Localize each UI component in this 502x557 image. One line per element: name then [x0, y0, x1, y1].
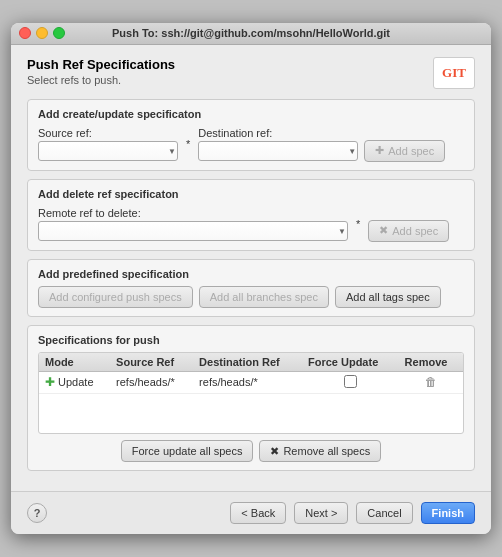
row-dest: refs/heads/* [193, 371, 302, 393]
predefined-buttons-row: Add configured push specs Add all branch… [38, 286, 464, 308]
dest-ref-label: Destination ref: [198, 127, 358, 139]
predefined-title: Add predefined specification [38, 268, 464, 280]
window: Push To: ssh://git@github.com/msohn/Hell… [11, 23, 491, 535]
help-button[interactable]: ? [27, 503, 47, 523]
source-ref-group: Source ref: ▼ [38, 127, 178, 161]
col-force-update: Force Update [302, 353, 399, 372]
remote-ref-combo: ▼ [38, 221, 348, 241]
add-spec-create-button[interactable]: ✚ Add spec [364, 140, 445, 162]
minimize-button[interactable] [36, 27, 48, 39]
row-source: refs/heads/* [110, 371, 193, 393]
back-button[interactable]: < Back [230, 502, 286, 524]
delete-ref-section: Add delete ref specificaton Remote ref t… [27, 179, 475, 251]
remove-all-specs-button[interactable]: ✖ Remove all specs [259, 440, 381, 462]
add-spec-create-icon: ✚ [375, 144, 384, 157]
col-mode: Mode [39, 353, 110, 372]
force-update-checkbox[interactable] [344, 375, 357, 388]
table-actions: Force update all specs ✖ Remove all spec… [38, 440, 464, 462]
dest-ref-input[interactable] [198, 141, 358, 161]
row-force-update [302, 371, 399, 393]
close-button[interactable] [19, 27, 31, 39]
finish-button[interactable]: Finish [421, 502, 475, 524]
remove-all-icon: ✖ [270, 445, 279, 458]
cancel-button[interactable]: Cancel [356, 502, 412, 524]
create-update-section: Add create/update specificaton Source re… [27, 99, 475, 171]
specs-table-body: ✚ Update refs/heads/* refs/heads/* 🗑 [39, 371, 463, 433]
asterisk-2: * [356, 218, 360, 230]
col-dest-ref: Destination Ref [193, 353, 302, 372]
maximize-button[interactable] [53, 27, 65, 39]
col-remove: Remove [399, 353, 463, 372]
titlebar: Push To: ssh://git@github.com/msohn/Hell… [11, 23, 491, 45]
page-header: Push Ref Specifications Select refs to p… [27, 57, 475, 89]
dest-ref-combo: ▼ [198, 141, 358, 161]
add-spec-delete-icon: ✖ [379, 224, 388, 237]
remote-ref-group: Remote ref to delete: ▼ [38, 207, 348, 241]
git-logo: GIT [433, 57, 475, 89]
main-content: Push Ref Specifications Select refs to p… [11, 45, 491, 492]
specs-table: Mode Source Ref Destination Ref Force Up… [39, 353, 463, 434]
asterisk-1: * [186, 138, 190, 150]
source-ref-combo: ▼ [38, 141, 178, 161]
empty-table-rows [39, 393, 463, 433]
dest-ref-group: Destination ref: ▼ [198, 127, 358, 161]
delete-ref-title: Add delete ref specificaton [38, 188, 464, 200]
delete-row-icon[interactable]: 🗑 [425, 375, 437, 389]
specs-table-wrapper: Mode Source Ref Destination Ref Force Up… [38, 352, 464, 435]
create-update-row: Source ref: ▼ * Destination ref: ▼ [38, 126, 464, 162]
add-configured-push-specs-button[interactable]: Add configured push specs [38, 286, 193, 308]
header-text: Push Ref Specifications Select refs to p… [27, 57, 175, 86]
source-ref-label: Source ref: [38, 127, 178, 139]
bottom-bar: ? < Back Next > Cancel Finish [11, 491, 491, 534]
mode-icon: ✚ [45, 375, 55, 389]
page-title: Push Ref Specifications [27, 57, 175, 72]
delete-ref-row: Remote ref to delete: ▼ * ✖ Add spec [38, 206, 464, 242]
traffic-lights [19, 27, 65, 39]
next-button[interactable]: Next > [294, 502, 348, 524]
source-ref-input[interactable] [38, 141, 178, 161]
col-source-ref: Source Ref [110, 353, 193, 372]
create-update-title: Add create/update specificaton [38, 108, 464, 120]
row-remove: 🗑 [399, 371, 463, 393]
page-subtitle: Select refs to push. [27, 74, 175, 86]
specs-section: Specifications for push Mode Source Ref … [27, 325, 475, 472]
specs-title: Specifications for push [38, 334, 464, 346]
row-mode: ✚ Update [39, 371, 110, 393]
add-all-branches-spec-button[interactable]: Add all branches spec [199, 286, 329, 308]
specs-table-header: Mode Source Ref Destination Ref Force Up… [39, 353, 463, 372]
add-all-tags-spec-button[interactable]: Add all tags spec [335, 286, 441, 308]
window-title: Push To: ssh://git@github.com/msohn/Hell… [112, 27, 390, 39]
predefined-section: Add predefined specification Add configu… [27, 259, 475, 317]
force-update-all-button[interactable]: Force update all specs [121, 440, 254, 462]
add-spec-delete-button[interactable]: ✖ Add spec [368, 220, 449, 242]
remote-ref-input[interactable] [38, 221, 348, 241]
remote-ref-label: Remote ref to delete: [38, 207, 348, 219]
table-row: ✚ Update refs/heads/* refs/heads/* 🗑 [39, 371, 463, 393]
